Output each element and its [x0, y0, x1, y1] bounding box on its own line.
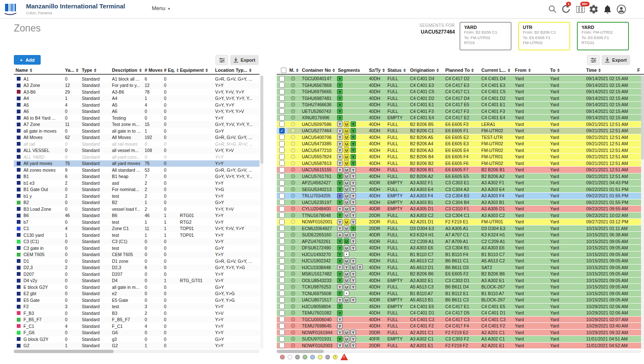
notifications-bell-icon[interactable]: [602, 4, 613, 14]
zone-row[interactable]: F_G60StandardG600Y>Y: [14, 330, 260, 336]
move-row[interactable]: XINU8176996Y40DHEMPTYC4 C401 E4C4 C417 E…: [277, 115, 644, 121]
row-checkbox[interactable]: [279, 173, 285, 179]
move-row[interactable]: HJCU9059804Y45DHEMPTYC4 C401 E5C4 C417 E…: [277, 304, 644, 310]
moves-column-header[interactable]: M.: [288, 68, 300, 73]
row-checkbox[interactable]: [279, 264, 285, 270]
zones-column-header[interactable]: Ya...: [63, 68, 80, 73]
zone-row[interactable]: F_B5_F70StandardF_B5_F700Y>Y: [14, 317, 260, 323]
move-row[interactable]: UACU5615155YUY40DHFULLB2 B206 B1E6 E605 …: [277, 167, 644, 173]
row-checkbox[interactable]: [279, 278, 285, 283]
move-row[interactable]: TEMU7601082Y40DHFULLC4 C401 D1C4 C417 D5…: [277, 310, 644, 317]
zone-row[interactable]: C14StandardZone C1111TOP01V>Y, Y>V, Y>Y: [14, 225, 260, 232]
legend-dot[interactable]: [303, 355, 307, 359]
zone-row[interactable]: A7 Zone11StandardTest zone m...150G>Y, Y…: [14, 121, 260, 128]
zone-row[interactable]: D4 v2y0StandardD401RTG_GT01V>Y: [14, 278, 260, 284]
moves-column-header[interactable]: Origination: [408, 68, 444, 73]
zones-column-header[interactable]: # Eq.: [162, 68, 178, 73]
moves-column-header[interactable]: Current L...: [480, 68, 513, 73]
zone-row[interactable]: B646StandardB6461RTG01Y>Y: [14, 212, 260, 219]
legend-dot[interactable]: [295, 355, 300, 359]
moves-export-button[interactable]: Export: [602, 55, 630, 65]
zone-row[interactable]: A3 Zone12StandardFor yard to y...120Y>Y: [14, 82, 260, 89]
zone-row[interactable]: F_B30StandardB320Y>V: [14, 310, 260, 317]
sort-icon[interactable]: [471, 68, 474, 72]
zone-row[interactable]: C130 yard1Standardtest11TOP01Y>Y: [14, 232, 260, 238]
sort-icon[interactable]: [557, 68, 560, 72]
moves-column-header[interactable]: F: [636, 68, 644, 73]
zones-horizontal-scrollbar[interactable]: [14, 350, 260, 353]
legend-dot[interactable]: [280, 355, 285, 359]
moves-column-header[interactable]: Time: [584, 68, 636, 73]
row-checkbox[interactable]: [279, 284, 285, 290]
zone-row[interactable]: G21StandardG210Y>Y: [14, 343, 260, 349]
zone-row[interactable]: E2 gbt0Standarde200G>Y, Y>G: [14, 291, 260, 297]
sort-icon[interactable]: [436, 68, 439, 72]
sync-icon[interactable]: 1: [561, 4, 571, 14]
move-row[interactable]: SEGU5340213YUY40DHFULLA3 A303 E4C3 C304 …: [277, 186, 644, 193]
moves-column-header[interactable]: Segments: [336, 68, 367, 73]
moves-column-header[interactable]: To: [548, 68, 584, 73]
move-row[interactable]: UACU5761761YUY40DHFULLB2 B206 A2E6 E605 …: [277, 173, 644, 180]
sort-icon[interactable]: [403, 68, 406, 72]
zones-column-header[interactable]: Location Typ...: [213, 68, 260, 73]
row-checkbox[interactable]: [279, 206, 285, 212]
moves-column-header[interactable]: Status: [386, 68, 408, 73]
zones-column-header[interactable]: Equipment: [178, 68, 213, 73]
move-row[interactable]: TEMU7698645Y40DHFULLC4 C401 F2C4 C417 F4…: [277, 323, 644, 330]
move-row[interactable]: TGCU0040147Y40DHFULLC4 C401 D4C4 C417 D2…: [277, 76, 644, 82]
row-checkbox[interactable]: [279, 291, 285, 296]
sort-icon[interactable]: [332, 68, 335, 72]
moves-column-header[interactable]: Container No: [300, 68, 336, 73]
row-checkbox[interactable]: [279, 193, 285, 199]
moves-column-header[interactable]: Planned To: [444, 68, 480, 73]
row-checkbox[interactable]: [279, 199, 285, 205]
move-row[interactable]: DFSU6172490YUY40DHFULLA3 A303 E6C3 C304 …: [277, 245, 644, 251]
sort-icon[interactable]: [598, 68, 601, 72]
move-row[interactable]: UACU5235197YUY40DHEMPTYA3 A303 B1C3 C304…: [277, 199, 644, 206]
row-checkbox[interactable]: [279, 102, 285, 107]
zone-row[interactable]: A10StandardA1 block all ...60G>R, G>V, G…: [14, 76, 260, 82]
row-checkbox[interactable]: [279, 180, 285, 186]
move-row[interactable]: NOWF0162003YUY20DRFULLA2 A201 E1F2 F219 …: [277, 343, 644, 349]
zone-row[interactable]: All yard moves75Standardall yard moves75…: [14, 160, 260, 167]
zone-row[interactable]: E block G2Y0Standardall gate in m...00G>…: [14, 284, 260, 291]
move-row[interactable]: TTNU1678048YUY20DRFULLA3 A303 C2C3 C304 …: [277, 212, 644, 219]
zone-row[interactable]: A6 to B4 Yard ...0StandardTesting00Y>Y: [14, 115, 260, 121]
row-checkbox[interactable]: [279, 95, 285, 101]
legend-dot-arrow[interactable]: ↑: [333, 355, 338, 359]
zone-row[interactable]: F_C14StandardF_C140Y>Y: [14, 323, 260, 330]
zone-row[interactable]: CEM T6050StandardCEM T60500Y>Y: [14, 251, 260, 258]
move-row[interactable]: TRLU7034205YUY40DHEMPTYA3 A303 F4C3 C304…: [277, 193, 644, 199]
row-checkbox[interactable]: [279, 271, 285, 277]
sort-icon[interactable]: [30, 68, 32, 72]
row-checkbox[interactable]: [279, 297, 285, 303]
row-checkbox[interactable]: [279, 225, 285, 231]
zone-row[interactable]: B1 Gate Out0StandardFor nominat...20Y>G: [14, 186, 260, 193]
zone-row[interactable]: A60StandardA600V>Y, Y>Y, Y>V: [14, 108, 260, 115]
sort-icon[interactable]: [94, 68, 96, 72]
sort-icon[interactable]: [296, 68, 299, 72]
row-checkbox[interactable]: [279, 304, 285, 309]
zone-row[interactable]: D2070StandardD20700Y>Y: [14, 271, 260, 278]
zones-export-button[interactable]: Export: [230, 55, 259, 65]
moves-horizontal-scrollbar[interactable]: [277, 350, 641, 353]
zones-filter-button[interactable]: [216, 55, 228, 65]
row-checkbox[interactable]: [279, 310, 285, 316]
zone-row[interactable]: E5 Gate0StandardE5 Gate00G>Y, Y>G: [14, 297, 260, 304]
move-row[interactable]: TGHU6567869Y40DHFULLC4 C401 E3C4 C417 E3…: [277, 82, 644, 89]
zone-row[interactable]: ALL YARD0Standardall yard cons...00Y>Y: [14, 154, 260, 160]
zone-row[interactable]: D2,32StandardD2,360G>Y, Y>Y, Y>G: [14, 264, 260, 271]
move-row[interactable]: NOWF0161944YUY20DRFULLA2 A201 C1F2 F219 …: [277, 330, 644, 336]
zone-row[interactable]: b1 e32Standardasd20Y>Y: [14, 180, 260, 186]
settings-gear-icon[interactable]: [589, 4, 599, 14]
move-row[interactable]: UETU5260743Y40DHFULLC4 C401 F3C4 C417 F3…: [277, 108, 644, 115]
row-checkbox[interactable]: [279, 245, 285, 251]
moves-vertical-scrollbar[interactable]: [641, 76, 644, 349]
legend-dot[interactable]: [310, 355, 315, 359]
move-row[interactable]: OOLU8543233YUY40DHEMPTYA3 A302 E1C3 C303…: [277, 278, 644, 284]
move-row[interactable]: UACU5477210YUY40DHFULLB2 B206 A3E6 E605 …: [277, 147, 644, 154]
move-row[interactable]: ECMU2064927YUY20DRFULLD3 D304 E3A3 A305 …: [277, 225, 644, 232]
row-checkbox[interactable]: [279, 186, 285, 192]
move-row[interactable]: SUDE2265160AUY40DRFULLK3 K324 H1A7 A707 …: [277, 232, 644, 238]
zone-row[interactable]: B3 Load Zone0Standardvessel load f...20Y…: [14, 206, 260, 212]
